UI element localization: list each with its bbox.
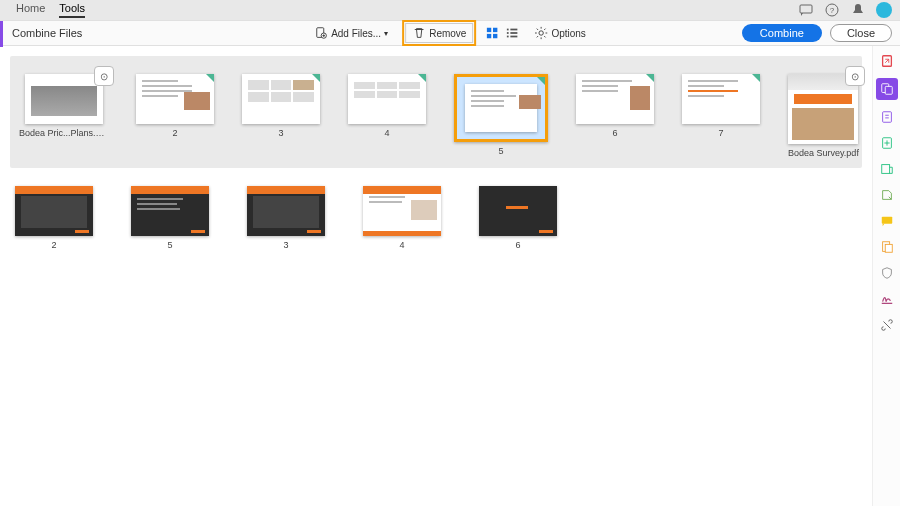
tool-a-icon[interactable] <box>878 160 896 178</box>
remove-button[interactable]: Remove <box>405 23 473 43</box>
thumbnail-item[interactable]: 2 <box>136 74 214 158</box>
thumbnail-item[interactable]: 3 <box>242 74 320 158</box>
bell-icon[interactable] <box>850 2 866 18</box>
tab-tools[interactable]: Tools <box>59 2 85 18</box>
svg-rect-19 <box>882 112 891 123</box>
svg-rect-10 <box>511 29 518 31</box>
svg-rect-13 <box>507 36 509 38</box>
page-thumbnail[interactable] <box>363 186 441 236</box>
thumbnail-page: 2 <box>51 240 56 250</box>
thumbnail-label: Bodea Survey.pdf <box>788 148 859 158</box>
thumbnail-page: 3 <box>283 240 288 250</box>
right-rail <box>872 46 900 506</box>
remove-label: Remove <box>429 28 466 39</box>
export-pdf-icon[interactable] <box>878 52 896 70</box>
add-files-label: Add Files... <box>331 28 381 39</box>
thumbnail-page: 6 <box>515 240 520 250</box>
thumbnail-item[interactable]: 4 <box>348 74 426 158</box>
svg-rect-9 <box>507 29 509 31</box>
thumbnail-item[interactable]: 6 <box>576 74 654 158</box>
thumbnail-label: Bodea Pric...Plans.pptx <box>19 128 109 138</box>
svg-rect-6 <box>493 28 497 32</box>
page-thumbnail[interactable] <box>136 74 214 124</box>
avatar[interactable] <box>876 2 892 18</box>
sign-icon[interactable] <box>878 290 896 308</box>
svg-rect-7 <box>487 34 491 38</box>
trash-icon <box>412 26 426 40</box>
svg-rect-24 <box>885 244 892 252</box>
thumbnail-item[interactable]: 5 <box>454 74 548 158</box>
svg-rect-5 <box>487 28 491 32</box>
svg-rect-0 <box>800 5 812 13</box>
add-files-button[interactable]: Add Files... ▾ <box>308 22 394 44</box>
grid-icon <box>485 26 499 40</box>
request-sign-icon[interactable] <box>878 134 896 152</box>
page-thumbnail[interactable] <box>576 74 654 124</box>
thumbnail-item[interactable]: 2 <box>10 186 98 250</box>
page-thumbnail[interactable] <box>25 74 103 124</box>
list-view-button[interactable] <box>504 25 520 41</box>
page-thumbnail[interactable] <box>479 186 557 236</box>
toolbar-title: Combine Files <box>12 27 82 39</box>
combine-button[interactable]: Combine <box>742 24 822 42</box>
thumbnail-item[interactable]: ⊙ Bodea Pric...Plans.pptx <box>20 74 108 158</box>
page-thumbnail[interactable] <box>131 186 209 236</box>
shield-icon[interactable] <box>878 264 896 282</box>
expand-button[interactable]: ⊙ <box>94 66 114 86</box>
thumbnail-page: 5 <box>498 146 503 156</box>
thumbnail-item[interactable]: 7 <box>682 74 760 158</box>
corner-fold-icon <box>418 74 426 82</box>
view-toggle <box>484 25 520 41</box>
remove-highlight: Remove <box>402 20 476 46</box>
tool-c-icon[interactable] <box>878 238 896 256</box>
corner-fold-icon <box>206 74 214 82</box>
thumbnail-item[interactable]: 3 <box>242 186 330 250</box>
svg-rect-11 <box>507 32 509 34</box>
combine-icon[interactable] <box>876 78 898 100</box>
edit-pdf-icon[interactable] <box>878 108 896 126</box>
svg-rect-8 <box>493 34 497 38</box>
thumbnail-item[interactable]: 4 <box>358 186 446 250</box>
svg-rect-12 <box>511 32 518 34</box>
thumbnail-page: 3 <box>278 128 283 138</box>
more-tools-icon[interactable] <box>878 316 896 334</box>
tab-home[interactable]: Home <box>16 2 45 18</box>
thumbnail-page: 7 <box>718 128 723 138</box>
thumbnail-page: 2 <box>172 128 177 138</box>
thumbnail-page: 5 <box>167 240 172 250</box>
corner-fold-icon <box>537 77 545 85</box>
app-tabs: Home Tools <box>8 2 85 18</box>
svg-rect-22 <box>881 217 892 224</box>
thumbnail-page: 4 <box>399 240 404 250</box>
top-bar: Home Tools ? <box>0 0 900 20</box>
thumbnail-item[interactable]: 6 <box>474 186 562 250</box>
list-icon <box>505 26 519 40</box>
close-button[interactable]: Close <box>830 24 892 42</box>
corner-fold-icon <box>752 74 760 82</box>
tool-b-icon[interactable] <box>878 186 896 204</box>
options-button[interactable]: Options <box>528 22 591 44</box>
page-thumbnail[interactable] <box>15 186 93 236</box>
comment-icon[interactable] <box>878 212 896 230</box>
svg-rect-21 <box>881 165 889 174</box>
thumbnail-page: 6 <box>612 128 617 138</box>
help-icon[interactable]: ? <box>824 2 840 18</box>
chat-icon[interactable] <box>798 2 814 18</box>
expand-button[interactable]: ⊙ <box>845 66 865 86</box>
file-group-row2: 2 5 3 4 6 <box>10 186 862 250</box>
page-thumbnail-selected[interactable] <box>454 74 548 142</box>
svg-point-15 <box>539 31 543 35</box>
options-label: Options <box>551 28 585 39</box>
grid-view-button[interactable] <box>484 25 500 41</box>
thumbnail-item[interactable]: 5 <box>126 186 214 250</box>
corner-fold-icon <box>312 74 320 82</box>
gear-icon <box>534 26 548 40</box>
thumbnail-item[interactable]: ⊙ Bodea Survey.pdf <box>788 74 859 158</box>
page-thumbnail[interactable] <box>682 74 760 124</box>
tool-accent <box>0 21 3 47</box>
page-thumbnail[interactable] <box>348 74 426 124</box>
page-thumbnail[interactable] <box>242 74 320 124</box>
content-area: ⊙ Bodea Pric...Plans.pptx 2 <box>0 46 872 506</box>
add-files-icon <box>314 26 328 40</box>
page-thumbnail[interactable] <box>247 186 325 236</box>
